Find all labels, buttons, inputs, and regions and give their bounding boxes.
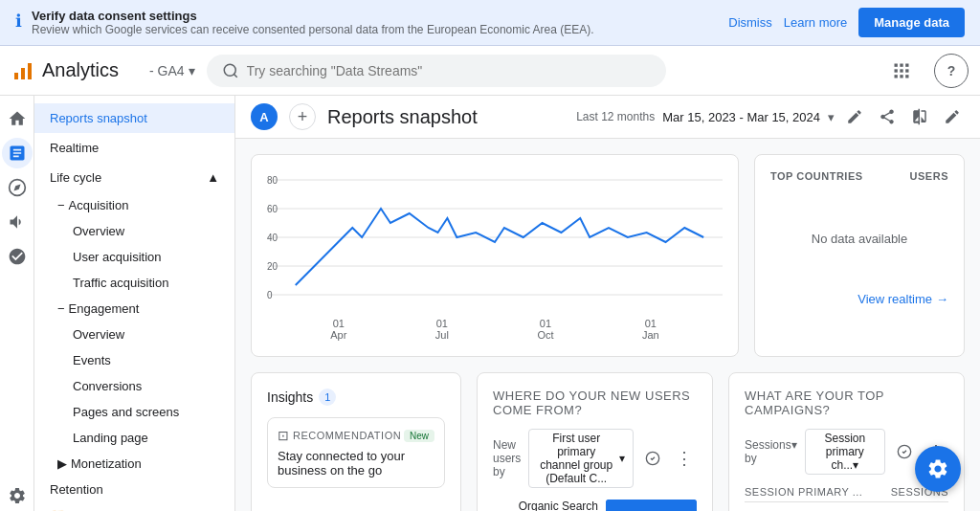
nav-user-acquisition[interactable]: User acquisition <box>34 244 234 270</box>
svg-line-4 <box>234 74 236 77</box>
header-right-actions: Last 12 months Mar 15, 2023 - Mar 15, 20… <box>576 104 965 129</box>
new-users-chart-title: New users by <box>493 438 521 478</box>
session-primary-dropdown[interactable]: Session primary ch...▾ <box>805 429 885 475</box>
header-right: ? <box>884 54 969 88</box>
ga4-selector[interactable]: - GA4 ▾ <box>149 63 195 78</box>
rec-label-group: ⊡ RECOMMENDATION <box>278 428 401 443</box>
insights-header: Insights 1 <box>267 389 445 406</box>
info-icon: ℹ <box>15 11 22 32</box>
date-range[interactable]: Last 12 months Mar 15, 2023 - Mar 15, 20… <box>576 110 835 124</box>
icon-sidebar <box>0 96 34 511</box>
check-button2[interactable] <box>893 440 916 463</box>
nav-retention[interactable]: Retention <box>34 477 234 502</box>
sessions-table: SESSION PRIMARY ... SESSIONS Organic Sea… <box>745 486 948 511</box>
banner-text: Verify data consent settings Review whic… <box>32 9 594 36</box>
nav-reports-snapshot[interactable]: Reports snapshot <box>34 103 234 133</box>
banner-left: ℹ Verify data consent settings Review wh… <box>15 9 594 36</box>
sidebar-icon-reports[interactable] <box>2 138 33 168</box>
dropdown-label: First user primary channel group (Defaul… <box>537 432 615 485</box>
nav-traffic-acquisition[interactable]: Traffic acquisition <box>34 270 234 296</box>
nav-sidebar: Reports snapshot Realtime Life cycle ▲ −… <box>34 96 235 511</box>
apps-button[interactable] <box>884 54 919 88</box>
svg-rect-5 <box>895 63 898 66</box>
insights-badge: 1 <box>319 389 336 406</box>
chart-card: 80 60 40 20 0 01Apr 01Jul 01Oct 01Jan <box>251 154 739 357</box>
chevron-down-icon2: ▾ <box>828 110 835 124</box>
bar-chart: Organic Search Direct Organic Shopping O… <box>493 500 697 511</box>
sidebar-icon-settings[interactable] <box>2 480 33 511</box>
share-button[interactable] <box>875 104 900 129</box>
new-users-card: WHERE DO YOUR NEW USERS COME FROM? New u… <box>477 372 713 511</box>
svg-text:0: 0 <box>267 290 273 300</box>
svg-text:40: 40 <box>267 233 278 243</box>
app-header: Analytics - GA4 ▾ ? <box>0 46 980 96</box>
svg-rect-0 <box>14 73 18 79</box>
nav-pages-screens[interactable]: Pages and screens <box>34 399 234 425</box>
app-title: Analytics <box>42 59 119 81</box>
manage-data-button[interactable]: Manage data <box>858 8 965 37</box>
chevron-down-icon: ▾ <box>189 63 195 78</box>
bar-fill <box>606 500 697 511</box>
svg-rect-8 <box>895 69 898 72</box>
svg-rect-2 <box>28 63 32 79</box>
top-countries-header: TOP COUNTRIES USERS <box>770 170 948 182</box>
dismiss-button[interactable]: Dismiss <box>728 15 772 30</box>
pencil-button[interactable] <box>940 104 965 129</box>
nav-conversions[interactable]: Conversions <box>34 373 234 399</box>
sessions-table-header: SESSION PRIMARY ... SESSIONS <box>745 486 948 502</box>
search-bar[interactable] <box>207 55 666 87</box>
sidebar-icon-explore[interactable] <box>2 172 33 203</box>
nav-engagement-overview[interactable]: Overview <box>34 322 234 347</box>
nav-monetization-header[interactable]: ▶ Monetization <box>34 451 234 477</box>
users-label: USERS <box>910 170 948 182</box>
nav-library[interactable]: 📁 Library <box>34 502 234 511</box>
content-row2: Insights 1 ⊡ RECOMMENDATION New Stay con… <box>235 372 980 511</box>
svg-text:20: 20 <box>267 261 278 272</box>
x-label-apr: 01Apr <box>330 318 346 341</box>
insights-label: Insights <box>267 389 313 405</box>
nav-events[interactable]: Events <box>34 347 234 373</box>
learn-more-button[interactable]: Learn more <box>784 15 847 30</box>
sidebar-icon-advertising[interactable] <box>2 207 33 237</box>
logo: Analytics <box>11 59 119 82</box>
bar-row: Organic Search <box>493 500 697 511</box>
col1-header: SESSION PRIMARY ... <box>745 486 862 498</box>
check-button[interactable] <box>641 447 664 470</box>
nav-acquisition-header[interactable]: − Acquisition <box>34 192 234 218</box>
nav-realtime[interactable]: Realtime <box>34 133 234 163</box>
top-countries-card: TOP COUNTRIES USERS No data available Vi… <box>754 154 965 357</box>
arrow-right-icon: ▶ <box>57 456 67 471</box>
add-button[interactable]: + <box>289 103 316 130</box>
sidebar-icon-home[interactable] <box>2 103 33 134</box>
sidebar-icon-configure[interactable] <box>2 241 33 272</box>
compare-button[interactable] <box>907 104 932 129</box>
nav-lifecycle-header[interactable]: Life cycle ▲ <box>34 163 234 192</box>
svg-rect-10 <box>905 69 908 72</box>
nav-landing-page[interactable]: Landing page <box>34 425 234 451</box>
svg-text:60: 60 <box>267 204 278 214</box>
help-button[interactable]: ? <box>934 54 969 88</box>
svg-rect-9 <box>900 69 902 72</box>
search-input[interactable] <box>247 63 651 78</box>
view-realtime-link[interactable]: View realtime → <box>770 292 948 306</box>
new-users-section-title: WHERE DO YOUR NEW USERS COME FROM? <box>493 389 697 417</box>
x-label-jan: 01Jan <box>642 318 659 341</box>
rec-text: Stay connected to your business on the g… <box>278 449 434 478</box>
nav-acquisition-overview[interactable]: Overview <box>34 218 234 244</box>
search-icon <box>222 62 239 79</box>
fab-button[interactable] <box>915 446 961 492</box>
nav-monetization-label: Monetization <box>71 456 142 471</box>
svg-rect-1 <box>21 68 25 79</box>
sessions-label: Sessions▾ by <box>745 438 797 465</box>
chevron-down-icon3: ▾ <box>619 452 625 465</box>
line-chart: 80 60 40 20 0 <box>267 170 723 314</box>
no-data-message: No data available <box>770 193 948 284</box>
nav-engagement-header[interactable]: − Engagement <box>34 296 234 322</box>
nav-engagement-label: Engagement <box>69 301 140 316</box>
svg-rect-13 <box>905 75 908 78</box>
more-options-button[interactable]: ⋮ <box>672 444 697 473</box>
edit-report-button[interactable] <box>842 104 867 129</box>
rec-icon: ⊡ <box>278 428 289 443</box>
session-dropdown-label: Session primary ch...▾ <box>813 432 877 472</box>
channel-group-dropdown[interactable]: First user primary channel group (Defaul… <box>528 429 634 488</box>
